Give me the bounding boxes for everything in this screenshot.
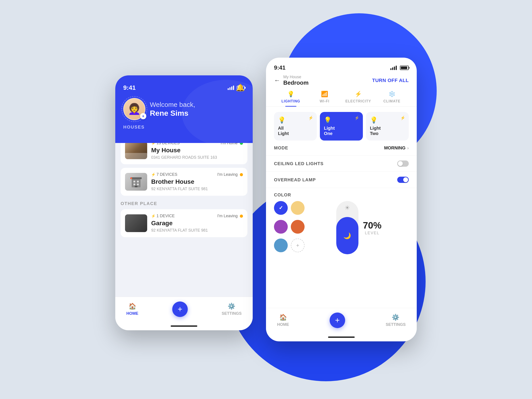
bedroom-thumbnail-image — [125, 143, 147, 159]
signal-bars-icon — [390, 66, 397, 70]
garage-thumbnail-image — [125, 214, 147, 232]
color-section: COLOR ✓ + ☀ 🌙 — [266, 188, 417, 259]
mode-value[interactable]: MORNING › — [384, 146, 409, 151]
nav-home[interactable]: 🏠 HOME — [126, 303, 138, 316]
light-cards: ⚡ 💡 AllLight ⚡ 💡 LightOne ⚡ 💡 LightTwo — [266, 107, 417, 140]
home-nav-label: HOME — [126, 311, 138, 316]
house-thumbnail — [125, 143, 147, 159]
electricity-tab-icon: ⚡ — [355, 91, 362, 98]
status-bar: 9:41 — [123, 84, 245, 91]
settings-nav-label: SETTINGS — [386, 322, 406, 327]
greeting-text: Welcome back, — [150, 100, 195, 109]
status-time: 9:41 — [274, 64, 285, 71]
house-info: ⚡ 13 DEVICES I'm Home My House 0341 GERH… — [151, 143, 243, 160]
home-body: ⚡ 13 DEVICES I'm Home My House 0341 GERH… — [115, 143, 253, 297]
turn-off-all-button[interactable]: TURN OFF ALL — [372, 78, 409, 83]
overhead-lamp-row: OVERHEAD LAMP — [266, 172, 417, 188]
tab-electricity[interactable]: ⚡ ELECTRICITY — [341, 91, 375, 106]
house-meta: ⚡ 1 DEVICE I'm Leaving — [151, 214, 243, 218]
house-thumbnail: ⚡ — [125, 173, 147, 191]
color-swatch-light-blue[interactable] — [274, 239, 288, 252]
house-meta: ⚡ 13 DEVICES I'm Home — [151, 143, 243, 146]
status-icons — [390, 66, 409, 70]
bolt-icon: ⚡ — [400, 115, 405, 120]
light-two-card[interactable]: ⚡ 💡 LightTwo — [366, 112, 409, 140]
phones-container: 9:41 🔔 — [115, 58, 417, 341]
avatar-wrap: 👩‍🦱 + — [123, 98, 146, 120]
building-svg-icon: ⚡ — [129, 175, 143, 188]
bolt-icon: ⚡ — [151, 172, 156, 177]
bolt-icon: ⚡ — [151, 214, 156, 218]
light-one-card[interactable]: ⚡ 💡 LightOne — [320, 112, 363, 140]
nav-settings[interactable]: ⚙️ SETTINGS — [386, 314, 406, 327]
settings-icon: ⚙️ — [392, 314, 399, 321]
color-grid: ✓ + — [274, 201, 304, 254]
color-add-button[interactable]: + — [291, 239, 304, 252]
lighting-tab-label: LIGHTING — [282, 99, 300, 103]
chevron-right-icon: › — [407, 146, 409, 151]
list-item[interactable]: ⚡ 1 DEVICE I'm Leaving Garage 92 KENYATT… — [120, 209, 247, 237]
status-label: I'm Home — [221, 143, 238, 146]
ceiling-led-label: CEILING LED LIGHTS — [274, 161, 324, 166]
status-dot-yellow — [240, 173, 243, 176]
svg-rect-1 — [131, 177, 142, 179]
mode-label: MODE — [274, 146, 288, 151]
color-swatch-purple[interactable] — [274, 220, 288, 234]
house-name: My House — [151, 147, 243, 154]
mode-row: MODE MORNING › — [266, 140, 417, 156]
level-label: LEVEL — [363, 231, 381, 235]
color-swatch-orange[interactable] — [291, 220, 304, 234]
status-dot-yellow — [240, 215, 243, 218]
bolt-icon: ⚡ — [151, 143, 156, 145]
moon-icon: 🌙 — [343, 232, 351, 239]
tab-wifi[interactable]: 📶 WI-FI — [308, 91, 341, 106]
status-label: I'm Leaving — [217, 214, 238, 218]
bottom-nav: 🏠 HOME + ⚙️ SETTINGS — [115, 297, 253, 324]
user-name: Rene Sims — [150, 109, 195, 117]
tab-lighting[interactable]: 💡 LIGHTING — [274, 91, 308, 106]
mode-value-text: MORNING — [384, 146, 406, 151]
svg-rect-6 — [135, 186, 137, 187]
device-count: ⚡ 1 DEVICE — [151, 214, 175, 218]
add-button[interactable]: + — [172, 301, 188, 317]
status-time: 9:41 — [123, 84, 136, 91]
house-info: ⚡ 7 DEVICES I'm Leaving Brother House 92… — [151, 172, 243, 191]
back-navigation: ← My House Bedroom — [274, 75, 309, 86]
all-light-card[interactable]: ⚡ 💡 AllLight — [274, 112, 317, 140]
lighting-tab-icon: 💡 — [287, 91, 294, 98]
category-tabs: 💡 LIGHTING 📶 WI-FI ⚡ ELECTRICITY ❄️ CLIM… — [266, 86, 417, 107]
light-one-label: LightOne — [324, 126, 359, 136]
list-item[interactable]: ⚡ ⚡ 7 DEVICES I'm Leaving — [120, 168, 247, 196]
color-swatch-blue[interactable]: ✓ — [274, 201, 288, 215]
welcome-text: Welcome back, Rene Sims — [150, 98, 195, 117]
back-arrow-icon[interactable]: ← — [274, 77, 280, 84]
home-icon: 🏠 — [279, 314, 287, 321]
overhead-lamp-toggle[interactable] — [397, 177, 409, 183]
svg-rect-5 — [137, 184, 139, 185]
add-button[interactable]: + — [330, 313, 345, 328]
signal-bars-icon — [228, 86, 234, 90]
ceiling-led-toggle[interactable] — [397, 160, 409, 167]
notification-bell-icon[interactable]: 🔔 — [236, 83, 245, 92]
house-address: 92 KENYATTA FLAT SUITE 981 — [151, 187, 243, 191]
tab-climate[interactable]: ❄️ CLIMATE — [375, 91, 409, 106]
avatar-add-button[interactable]: + — [140, 113, 146, 119]
svg-rect-4 — [133, 184, 135, 185]
bottom-nav: 🏠 HOME + ⚙️ SETTINGS — [266, 308, 417, 335]
house-info: ⚡ 1 DEVICE I'm Leaving Garage 92 KENYATT… — [151, 214, 243, 233]
climate-tab-icon: ❄️ — [388, 91, 395, 98]
brightness-slider[interactable]: ☀ 🌙 — [336, 201, 358, 254]
battery-icon — [400, 66, 409, 70]
nav-title: Bedroom — [283, 79, 309, 86]
list-item[interactable]: ⚡ 13 DEVICES I'm Home My House 0341 GERH… — [120, 143, 247, 164]
color-swatch-yellow[interactable] — [291, 201, 304, 215]
climate-tab-label: CLIMATE — [383, 99, 400, 103]
phone-home: 9:41 🔔 — [115, 75, 253, 330]
house-thumbnail — [125, 214, 147, 232]
nav-home[interactable]: 🏠 HOME — [277, 314, 289, 327]
nav-subtitle: My House — [283, 75, 309, 79]
brightness-control: ☀ 🌙 70% LEVEL — [309, 201, 409, 254]
home-nav-label: HOME — [277, 322, 289, 327]
device-count: ⚡ 7 DEVICES — [151, 172, 177, 177]
nav-settings[interactable]: ⚙️ SETTINGS — [222, 303, 242, 316]
